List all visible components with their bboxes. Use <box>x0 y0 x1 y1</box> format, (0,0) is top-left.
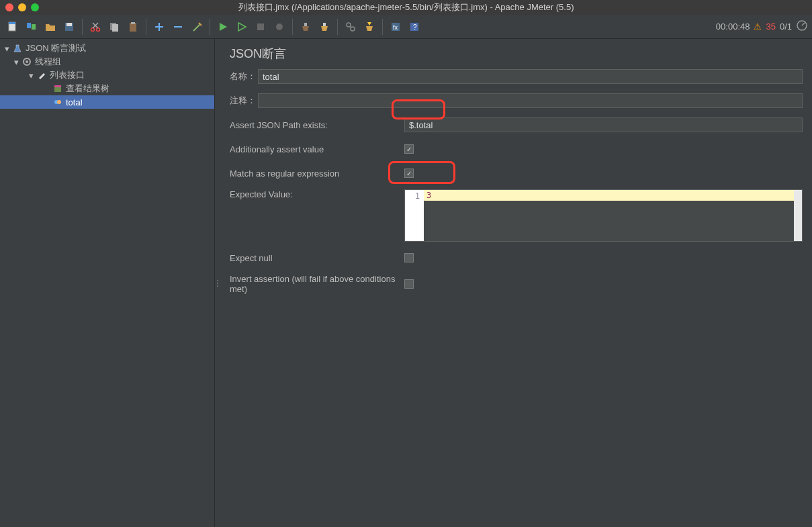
gauge-icon[interactable] <box>796 19 808 34</box>
svg-text:?: ? <box>413 23 417 31</box>
assert-value-label: Additionally assert value <box>230 144 404 154</box>
tree-assertion-label: total <box>66 97 83 107</box>
function-helper-button[interactable]: fx <box>387 18 404 36</box>
expect-null-checkbox[interactable] <box>404 253 414 262</box>
results-tree-icon <box>52 83 63 94</box>
splitter[interactable] <box>215 39 220 527</box>
name-label: 名称： <box>230 70 258 83</box>
new-button[interactable] <box>4 18 21 36</box>
comment-input[interactable] <box>258 93 803 108</box>
invert-checkbox[interactable] <box>404 279 414 289</box>
start-button[interactable] <box>214 18 232 36</box>
paste-button[interactable] <box>124 18 142 36</box>
toolbar: fx ? 00:00:48 ⚠ 35 0/1 <box>0 15 812 39</box>
panel-title: JSON断言 <box>230 46 803 62</box>
expected-value-editor[interactable]: 1 3 <box>404 189 803 242</box>
tree-root-label: JSON 断言测试 <box>26 42 86 54</box>
thread-count: 0/1 <box>780 21 792 32</box>
copy-button[interactable] <box>105 18 123 36</box>
svg-point-18 <box>276 23 283 30</box>
json-path-label: Assert JSON Path exists: <box>230 120 404 130</box>
svg-text:fx: fx <box>393 24 398 31</box>
expected-value-text[interactable]: 3 <box>424 190 802 201</box>
svg-line-23 <box>350 26 351 28</box>
reset-search-button[interactable] <box>361 18 378 36</box>
assert-value-checkbox[interactable] <box>404 144 414 154</box>
assertion-panel: JSON断言 名称： 注释： Assert JSON Path exists: … <box>220 39 812 527</box>
minimize-window-button[interactable] <box>18 3 26 11</box>
close-window-button[interactable] <box>5 3 13 11</box>
svg-point-7 <box>97 28 100 31</box>
flask-icon <box>12 43 23 54</box>
start-no-pause-button[interactable] <box>233 18 251 36</box>
svg-rect-33 <box>54 85 61 87</box>
svg-rect-20 <box>323 23 326 26</box>
expected-value-label: Expected Value: <box>230 189 404 199</box>
svg-rect-3 <box>32 24 36 30</box>
tree-listener[interactable]: 查看结果树 <box>0 82 214 95</box>
svg-point-31 <box>26 60 28 63</box>
maximize-window-button[interactable] <box>31 3 39 11</box>
toggle-button[interactable] <box>188 18 206 36</box>
svg-rect-11 <box>112 24 118 32</box>
json-path-input[interactable] <box>404 117 803 132</box>
stop-button[interactable] <box>252 18 269 36</box>
cut-button[interactable] <box>87 18 104 36</box>
svg-point-6 <box>91 28 95 31</box>
chevron-down-icon[interactable]: ▾ <box>27 71 35 79</box>
svg-rect-1 <box>9 22 15 24</box>
clear-button[interactable] <box>297 18 314 36</box>
window-title: 列表接口.jmx (/Applications/apache-jmeter-5.… <box>0 1 812 13</box>
search-button[interactable] <box>342 18 359 36</box>
expand-button[interactable] <box>150 18 168 36</box>
chevron-down-icon[interactable]: ▾ <box>3 44 11 52</box>
comment-label: 注释： <box>230 95 258 107</box>
test-plan-tree[interactable]: ▾ JSON 断言测试 ▾ 线程组 ▾ 列表接口 查看结果树 total <box>0 39 215 527</box>
shutdown-button[interactable] <box>271 18 288 36</box>
svg-rect-2 <box>27 23 31 28</box>
gear-icon <box>21 56 32 67</box>
svg-rect-13 <box>131 22 135 24</box>
tree-assertion[interactable]: total <box>0 95 214 109</box>
warning-icon[interactable]: ⚠ <box>754 21 762 32</box>
expect-null-label: Expect null <box>230 253 404 263</box>
svg-point-35 <box>57 100 61 104</box>
editor-scrollbar[interactable] <box>794 190 802 241</box>
error-count: 35 <box>766 21 775 32</box>
svg-rect-17 <box>257 23 264 30</box>
chevron-down-icon[interactable]: ▾ <box>12 58 20 66</box>
svg-rect-5 <box>66 23 72 26</box>
tree-thread-group[interactable]: ▾ 线程组 <box>0 55 214 68</box>
save-button[interactable] <box>60 18 78 36</box>
regex-label: Match as regular expression <box>230 169 404 179</box>
svg-line-29 <box>802 23 805 26</box>
tree-thread-group-label: 线程组 <box>35 56 61 68</box>
assertion-icon <box>52 97 63 107</box>
templates-button[interactable] <box>23 18 40 36</box>
help-button[interactable]: ? <box>406 18 423 36</box>
editor-gutter: 1 <box>405 190 424 241</box>
open-button[interactable] <box>42 18 59 36</box>
elapsed-time: 00:00:48 <box>716 21 750 32</box>
tree-sampler-label: 列表接口 <box>50 69 85 81</box>
titlebar: 列表接口.jmx (/Applications/apache-jmeter-5.… <box>0 0 812 15</box>
regex-checkbox[interactable] <box>404 169 414 178</box>
invert-label: Invert assertion (will fail if above con… <box>230 274 404 294</box>
tree-sampler[interactable]: ▾ 列表接口 <box>0 68 214 82</box>
tree-listener-label: 查看结果树 <box>66 83 109 95</box>
tree-root[interactable]: ▾ JSON 断言测试 <box>0 42 214 55</box>
collapse-button[interactable] <box>169 18 187 36</box>
svg-rect-19 <box>304 23 307 26</box>
name-input[interactable] <box>258 69 803 84</box>
clear-all-button[interactable] <box>316 18 333 36</box>
pipette-icon <box>36 70 47 81</box>
